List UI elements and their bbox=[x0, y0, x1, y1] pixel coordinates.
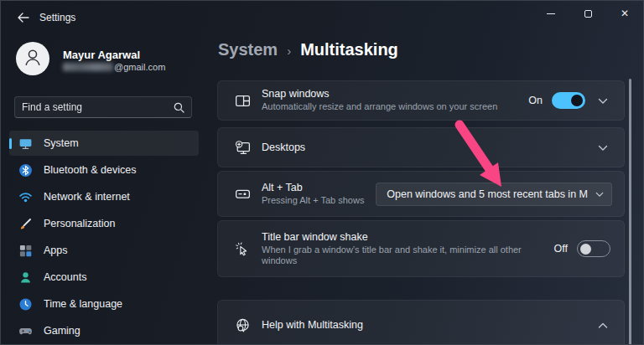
minimize-icon bbox=[547, 13, 555, 14]
profile-name: Mayur Agarwal bbox=[63, 49, 140, 61]
maximize-icon bbox=[584, 10, 592, 18]
minimize-button[interactable] bbox=[532, 1, 569, 26]
sidebar-item-time-language[interactable]: Time & language bbox=[9, 291, 199, 317]
sidebar-item-system[interactable]: System bbox=[9, 131, 199, 156]
page-title: Multitasking bbox=[300, 40, 398, 59]
globe-search-icon bbox=[234, 317, 252, 334]
settings-window: Settings ✕ Mayur Agarwal @gmail.com Syst… bbox=[0, 0, 644, 345]
chevron-down-icon bbox=[598, 95, 608, 107]
avatar[interactable] bbox=[16, 42, 49, 75]
breadcrumb-system[interactable]: System bbox=[218, 40, 278, 59]
help-title: Help with Multitasking bbox=[262, 319, 363, 331]
wifi-icon bbox=[18, 190, 33, 204]
email-redacted-blur bbox=[63, 63, 113, 71]
desktops-icon bbox=[234, 139, 252, 157]
snap-windows-title: Snap windows bbox=[262, 88, 497, 100]
close-button[interactable]: ✕ bbox=[606, 1, 643, 26]
sidebar-item-label: Gaming bbox=[44, 325, 80, 337]
person-avatar-icon bbox=[22, 46, 44, 71]
sidebar-item-personalization[interactable]: Personalization bbox=[9, 211, 199, 236]
email-suffix: @gmail.com bbox=[114, 62, 165, 72]
sidebar-item-label: Bluetooth & devices bbox=[44, 164, 137, 176]
snap-windows-toggle[interactable] bbox=[552, 92, 585, 109]
help-text: Help with Multitasking bbox=[262, 319, 363, 331]
sidebar-item-network-internet[interactable]: Network & internet bbox=[9, 184, 199, 209]
alt-tab-subtitle: Pressing Alt + Tab shows bbox=[262, 195, 364, 207]
sidebar-item-accounts[interactable]: Accounts bbox=[9, 265, 199, 290]
help-collapse-button[interactable] bbox=[594, 316, 612, 334]
bluetooth-icon bbox=[18, 163, 33, 178]
close-icon: ✕ bbox=[621, 8, 629, 19]
sidebar-item-label: Network & internet bbox=[44, 191, 130, 203]
display-icon bbox=[18, 136, 33, 151]
snap-toggle-label: On bbox=[528, 95, 543, 106]
desktops-text: Desktops bbox=[262, 142, 305, 153]
desktops-expand-button[interactable] bbox=[594, 138, 612, 157]
title-bar-shake-subtitle: When I grab a window’s title bar and sha… bbox=[262, 245, 552, 267]
breadcrumb-separator: › bbox=[287, 44, 291, 58]
alt-tab-dropdown-value: Open windows and 5 most recent tabs in M bbox=[387, 188, 588, 200]
sidebar-item-label: Apps bbox=[44, 245, 68, 256]
alt-tab-dropdown[interactable]: Open windows and 5 most recent tabs in M bbox=[376, 183, 612, 206]
brush-icon bbox=[18, 217, 33, 231]
chevron-up-icon bbox=[598, 319, 608, 332]
title-bar-shake-text: Title bar window shake When I grab a win… bbox=[262, 231, 552, 267]
gamepad-icon bbox=[18, 324, 33, 338]
sidebar-item-bluetooth-devices[interactable]: Bluetooth & devices bbox=[9, 157, 199, 183]
toggle-knob bbox=[571, 95, 583, 106]
sidebar-item-label: Time & language bbox=[44, 298, 122, 310]
breadcrumb: System › Multitasking bbox=[218, 40, 398, 59]
person-icon bbox=[18, 270, 33, 285]
snap-windows-text: Snap windows Automatically resize and ar… bbox=[262, 88, 497, 113]
sidebar-nav: System Bluetooth & devices Network & int… bbox=[9, 131, 199, 345]
cursor-shake-icon bbox=[234, 240, 252, 258]
desktops-title: Desktops bbox=[262, 142, 305, 153]
scrollbar[interactable] bbox=[629, 79, 631, 345]
alt-tab-title: Alt + Tab bbox=[262, 182, 364, 193]
card-help-multitasking[interactable]: Help with Multitasking bbox=[217, 300, 625, 345]
title-bar-shake-toggle[interactable] bbox=[577, 240, 610, 257]
card-title-bar-shake: Title bar window shake When I grab a win… bbox=[217, 220, 625, 277]
search-input[interactable] bbox=[15, 101, 174, 113]
toggle-knob bbox=[580, 244, 591, 255]
clock-icon bbox=[18, 297, 33, 312]
alt-tab-icon bbox=[234, 185, 252, 203]
card-desktops[interactable]: Desktops bbox=[217, 127, 625, 167]
sidebar-item-gaming[interactable]: Gaming bbox=[9, 318, 199, 343]
card-snap-windows[interactable]: Snap windows Automatically resize and ar… bbox=[217, 80, 625, 121]
title-bar-shake-title: Title bar window shake bbox=[262, 231, 552, 243]
caption-buttons: ✕ bbox=[532, 1, 643, 26]
sidebar-item-label: Accounts bbox=[44, 271, 86, 283]
back-button[interactable] bbox=[13, 9, 34, 28]
alt-tab-text: Alt + Tab Pressing Alt + Tab shows bbox=[262, 182, 364, 207]
snap-expand-button[interactable] bbox=[594, 91, 612, 110]
shake-toggle-label: Off bbox=[554, 243, 568, 255]
sidebar-item-label: System bbox=[44, 137, 79, 149]
sidebar-item-apps[interactable]: Apps bbox=[9, 238, 199, 263]
apps-icon bbox=[18, 244, 33, 258]
snap-windows-subtitle: Automatically resize and arrange windows… bbox=[262, 101, 497, 113]
card-alt-tab: Alt + Tab Pressing Alt + Tab shows Open … bbox=[217, 171, 625, 217]
chevron-down-icon bbox=[595, 188, 604, 200]
maximize-button[interactable] bbox=[569, 1, 606, 26]
window-title: Settings bbox=[39, 12, 75, 23]
sidebar-item-label: Personalization bbox=[44, 218, 115, 229]
back-arrow-icon bbox=[18, 13, 29, 25]
titlebar: Settings ✕ bbox=[1, 1, 643, 34]
snap-layout-icon bbox=[234, 92, 252, 110]
chevron-down-icon bbox=[598, 142, 608, 154]
profile-email: @gmail.com bbox=[63, 62, 165, 72]
search-box bbox=[14, 96, 192, 118]
search-icon[interactable] bbox=[174, 102, 184, 113]
